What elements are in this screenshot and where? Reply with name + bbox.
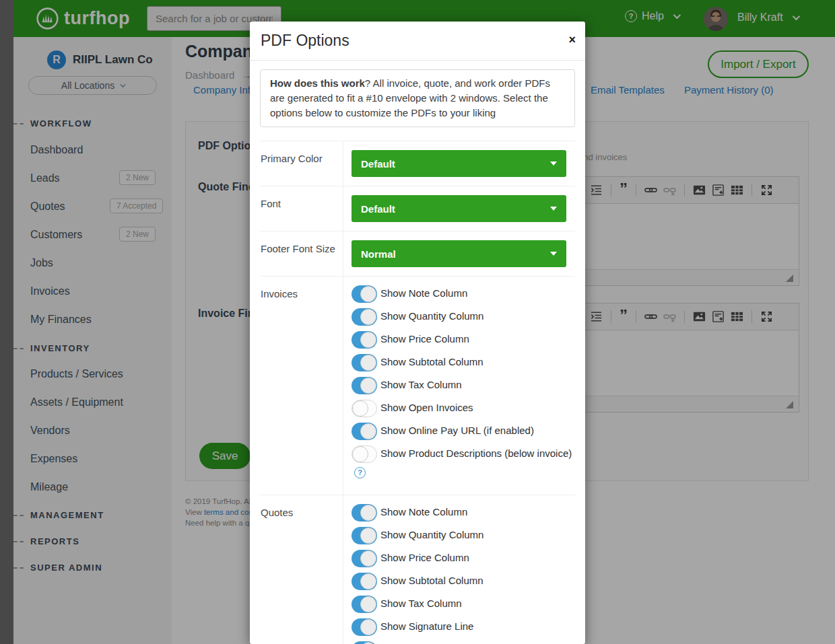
toggle-switch[interactable]	[352, 573, 377, 590]
toggle-show-price-column: Show Price Column	[352, 330, 574, 349]
toggle-show-quantity-column: Show Quantity Column	[352, 526, 574, 544]
toggle-knob	[360, 596, 376, 612]
toggle-show-product-descriptions-quote: Show Product Descriptions (below quote) …	[352, 641, 574, 644]
pdf-options-modal: PDF Options × How does this work? All in…	[250, 22, 585, 644]
toggle-knob	[360, 505, 376, 521]
footer-font-size-select[interactable]: Normal	[352, 240, 566, 267]
font-value: Default	[361, 203, 395, 215]
toggle-knob	[352, 446, 368, 462]
toggle-switch[interactable]	[352, 423, 377, 440]
toggle-label: Show Quantity Column	[380, 310, 483, 322]
toggle-label: Show Tax Column	[380, 598, 462, 609]
toggle-switch[interactable]	[352, 596, 377, 613]
toggle-show-signature-line: Show Signature Line	[352, 618, 574, 636]
info-bold: How does this work	[270, 77, 365, 89]
toggle-label: Show Note Column	[380, 287, 467, 299]
toggle-label: Show Online Pay URL (if enabled)	[380, 425, 534, 436]
toggle-label: Show Quantity Column	[380, 529, 483, 540]
toggle-switch[interactable]	[352, 550, 377, 567]
toggle-switch[interactable]	[352, 618, 377, 636]
toggle-switch[interactable]	[352, 445, 377, 463]
close-icon[interactable]: ×	[568, 34, 576, 46]
toggle-switch[interactable]	[352, 400, 377, 417]
toggle-knob	[360, 423, 376, 439]
footer-font-size-value: Normal	[361, 248, 396, 260]
invoices-label: Invoices	[260, 277, 343, 495]
app-root: turfhop ? Help Billy Kraft R RIIPL Lawn …	[0, 0, 835, 644]
toggle-switch[interactable]	[352, 308, 377, 326]
toggle-show-subtotal-column: Show Subtotal Column	[352, 572, 574, 590]
primary-color-value: Default	[361, 158, 395, 170]
toggle-knob	[360, 550, 376, 567]
options-table: Primary Color Default Font Default	[260, 141, 575, 644]
toggle-show-tax-column: Show Tax Column	[352, 595, 574, 613]
footer-font-size-label: Footer Font Size	[260, 231, 343, 276]
toggle-label: Show Price Column	[380, 333, 469, 345]
toggle-show-subtotal-column: Show Subtotal Column	[352, 353, 574, 371]
caret-down-icon	[550, 162, 557, 166]
toggle-label: Show Subtotal Column	[380, 356, 483, 367]
info-box: How does this work? All invoice, quote, …	[260, 69, 575, 127]
toggle-show-online-pay-url: Show Online Pay URL (if enabled)	[352, 422, 574, 440]
toggle-knob	[360, 309, 376, 325]
toggle-knob	[360, 355, 376, 371]
toggle-switch[interactable]	[352, 354, 377, 371]
toggle-label: Show Product Descriptions (below invoice…	[380, 448, 572, 459]
toggle-knob	[360, 573, 376, 589]
toggle-label: Show Signature Line	[380, 620, 473, 632]
font-label: Font	[260, 186, 343, 231]
toggle-knob	[360, 378, 376, 394]
caret-down-icon	[550, 207, 557, 211]
primary-color-label: Primary Color	[260, 141, 343, 186]
toggle-show-quantity-column: Show Quantity Column	[352, 308, 574, 326]
primary-color-row: Primary Color Default	[260, 141, 575, 186]
modal-title: PDF Options	[261, 32, 349, 50]
invoices-row: Invoices Show Note Column Show Quantity …	[260, 276, 575, 495]
toggle-show-note-column: Show Note Column	[352, 285, 574, 303]
primary-color-select[interactable]: Default	[352, 150, 566, 177]
quotes-row: Quotes Show Note Column Show Quantity Co…	[260, 495, 575, 644]
quotes-label: Quotes	[260, 495, 343, 644]
toggle-knob	[352, 400, 368, 417]
toggle-knob	[360, 528, 376, 544]
modal-header: PDF Options ×	[250, 22, 585, 61]
toggle-label: Show Tax Column	[380, 379, 462, 390]
toggle-knob	[360, 286, 376, 302]
toggle-show-open-invoices: Show Open Invoices	[352, 399, 574, 417]
toggle-switch[interactable]	[352, 527, 377, 544]
help-question-icon[interactable]: ?	[354, 467, 366, 478]
toggle-show-note-column: Show Note Column	[352, 503, 574, 522]
toggle-label: Show Note Column	[380, 506, 467, 517]
toggle-label: Show Price Column	[380, 552, 469, 563]
invoices-toggle-list: Show Note Column Show Quantity Column Sh…	[352, 277, 574, 495]
toggle-label: Show Subtotal Column	[380, 575, 483, 586]
toggle-label: Show Open Invoices	[380, 402, 473, 413]
quotes-toggle-list: Show Note Column Show Quantity Column Sh…	[352, 495, 574, 644]
toggle-knob	[360, 332, 376, 348]
toggle-switch[interactable]	[352, 377, 377, 394]
toggle-switch[interactable]	[352, 331, 377, 349]
footer-font-size-row: Footer Font Size Normal	[260, 231, 575, 276]
caret-down-icon	[550, 252, 557, 256]
toggle-switch[interactable]	[352, 285, 377, 303]
font-row: Font Default	[260, 186, 575, 231]
toggle-switch[interactable]	[352, 641, 377, 644]
toggle-show-product-descriptions-invoice: Show Product Descriptions (below invoice…	[352, 445, 574, 480]
font-select[interactable]: Default	[352, 195, 566, 222]
modal-body: How does this work? All invoice, quote, …	[250, 61, 585, 644]
toggle-show-tax-column: Show Tax Column	[352, 376, 574, 394]
toggle-switch[interactable]	[352, 504, 377, 522]
toggle-knob	[360, 619, 376, 635]
toggle-show-price-column: Show Price Column	[352, 549, 574, 567]
